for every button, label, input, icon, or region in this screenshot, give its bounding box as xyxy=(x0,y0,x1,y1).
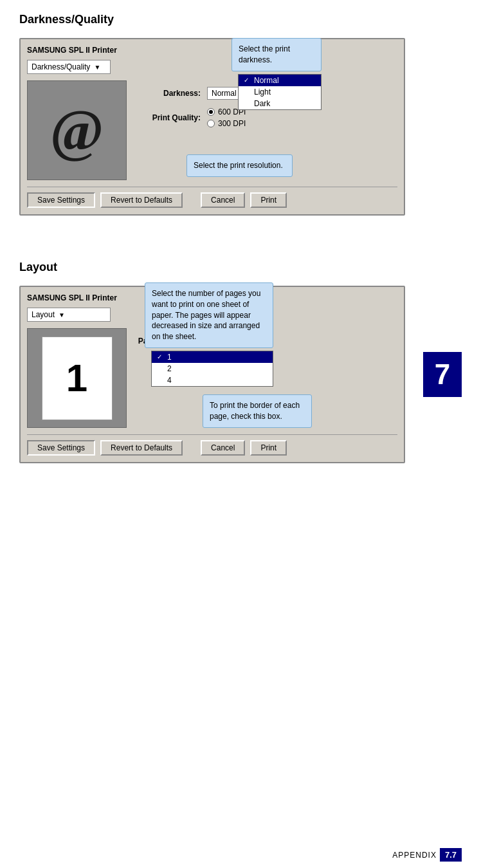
darkness-quality-dialog: SAMSUNG SPL II Printer Darkness/Quality … xyxy=(19,38,405,216)
section-title-darkness: Darkness/Quality xyxy=(19,13,462,26)
section-title-layout: Layout xyxy=(19,261,462,274)
radio-300dpi-label: 300 DPI xyxy=(218,119,246,128)
dark-checkmark xyxy=(244,100,251,107)
dropdown-item-dark[interactable]: Dark xyxy=(239,98,321,109)
save-settings-button-dq[interactable]: Save Settings xyxy=(27,192,95,208)
callout-pages-container: Select the number of pages you want to p… xyxy=(145,282,273,387)
save-settings-button-layout[interactable]: Save Settings xyxy=(27,440,95,456)
dropdown-normal-label: Normal xyxy=(254,76,279,85)
callout-resolution: Select the print resolution. xyxy=(186,154,293,177)
callout-darkness: Select the print darkness. xyxy=(231,38,322,71)
dialog-buttons-dq: Save Settings Revert to Defaults Cancel … xyxy=(27,187,397,208)
pages-item-4[interactable]: 4 xyxy=(152,374,273,386)
dropdown-item-light[interactable]: Light xyxy=(239,86,321,98)
layout-page-number: 1 xyxy=(66,356,87,400)
dropdown-arrow-layout: ▼ xyxy=(59,311,65,319)
pages-check-2 xyxy=(157,365,165,372)
checkmark-icon: ✓ xyxy=(244,77,251,84)
pages-check-4 xyxy=(157,376,165,383)
revert-defaults-button-layout[interactable]: Revert to Defaults xyxy=(100,440,183,456)
radio-300dpi-circle[interactable] xyxy=(207,120,215,127)
callout-pages: Select the number of pages you want to p… xyxy=(145,282,273,348)
cancel-button-dq[interactable]: Cancel xyxy=(201,192,245,208)
dropdown-arrow-dq: ▼ xyxy=(94,64,100,71)
footer-label: Appendix xyxy=(392,851,437,860)
pages-item-2[interactable]: 2 xyxy=(152,363,273,374)
radio-600dpi-circle[interactable] xyxy=(207,108,215,116)
radio-300dpi[interactable]: 300 DPI xyxy=(207,119,246,128)
page-footer: Appendix 7.7 xyxy=(392,848,462,862)
darkness-dropdown-popup: ✓ Normal Light Dark xyxy=(238,74,322,110)
preview-image-dq: @ xyxy=(27,80,127,180)
print-quality-options: 600 DPI 300 DPI xyxy=(207,107,246,128)
callout-resolution-container: Select the print resolution. xyxy=(186,154,293,177)
darkness-quality-section: SAMSUNG SPL II Printer Darkness/Quality … xyxy=(19,38,462,216)
revert-defaults-button-dq[interactable]: Revert to Defaults xyxy=(100,192,183,208)
pages-dropdown-popup: ✓ 1 2 4 xyxy=(151,351,273,387)
light-checkmark xyxy=(244,88,251,95)
pages-label-1: 1 xyxy=(167,353,172,362)
callout-darkness-text: Select the print darkness. xyxy=(239,44,290,64)
dropdown-item-normal[interactable]: ✓ Normal xyxy=(239,75,321,86)
layout-section: SAMSUNG SPL II Printer Layout ▼ 1 xyxy=(19,286,462,463)
dropdown-dark-label: Dark xyxy=(254,99,270,108)
dropdown-light-label: Light xyxy=(254,88,271,97)
darkness-label: Darkness: xyxy=(136,89,201,98)
print-button-dq[interactable]: Print xyxy=(250,192,287,208)
print-button-layout[interactable]: Print xyxy=(250,440,287,456)
pages-label-4: 4 xyxy=(167,376,172,385)
layout-page-inner: 1 xyxy=(42,337,113,420)
dropdown-label-layout: Layout xyxy=(32,310,55,319)
layout-preview: 1 xyxy=(27,328,127,428)
dropdown-label-dq: Darkness/Quality xyxy=(32,62,90,71)
pages-item-1[interactable]: ✓ 1 xyxy=(152,351,273,363)
layout-dropdown[interactable]: Layout ▼ xyxy=(27,308,111,322)
callout-resolution-text: Select the print resolution. xyxy=(194,161,283,170)
pages-check-1: ✓ xyxy=(157,353,165,360)
cancel-button-layout[interactable]: Cancel xyxy=(201,440,245,456)
footer-badge: 7.7 xyxy=(440,848,462,862)
callout-border: To print the border of each page, check … xyxy=(203,394,312,428)
pages-label-2: 2 xyxy=(167,364,172,373)
callout-darkness-container: Select the print darkness. ✓ Normal Ligh… xyxy=(231,38,322,110)
dialog-buttons-layout: Save Settings Revert to Defaults Cancel … xyxy=(27,434,397,456)
callout-border-container: To print the border of each page, check … xyxy=(203,394,312,428)
print-quality-row: Print Quality: 600 DPI 300 DPI xyxy=(136,107,394,128)
print-quality-label: Print Quality: xyxy=(136,113,201,122)
dialog-title-dq: SAMSUNG SPL II Printer xyxy=(27,46,397,55)
chapter-badge: 7 xyxy=(423,352,462,397)
darkness-quality-dropdown[interactable]: Darkness/Quality ▼ xyxy=(27,60,111,74)
dialog-dropdown-row-dq: Darkness/Quality ▼ xyxy=(27,60,397,74)
callout-border-text: To print the border of each page, check … xyxy=(210,401,300,421)
at-symbol-icon: @ xyxy=(50,97,104,163)
callout-pages-text: Select the number of pages you want to p… xyxy=(152,289,260,341)
